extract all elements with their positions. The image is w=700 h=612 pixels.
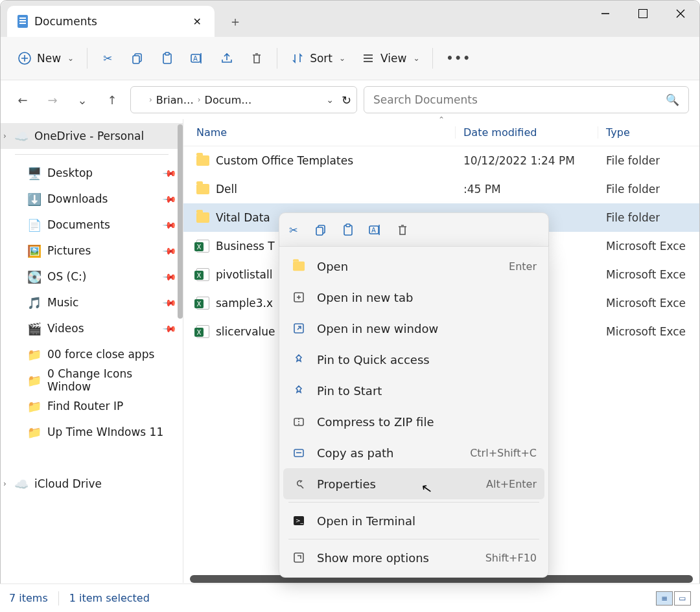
crumb-folder[interactable]: Docum… xyxy=(205,94,252,106)
status-count: 7 items xyxy=(9,592,48,604)
cut-icon[interactable]: ✂ xyxy=(286,222,301,238)
sidebar-group: 🖥️ Desktop 📌⬇️ Downloads 📌📄 Documents 📌🖼… xyxy=(1,160,183,445)
pin-icon: 📌 xyxy=(162,165,177,180)
rename-button[interactable]: A xyxy=(183,46,211,71)
context-item[interactable]: Open Enter xyxy=(279,251,548,282)
file-type: Microsoft Exce xyxy=(598,268,686,281)
table-row[interactable]: Custom Office Templates 10/12/2022 1:24 … xyxy=(183,146,699,175)
separator xyxy=(87,48,88,69)
rename-icon[interactable]: A xyxy=(368,222,383,238)
close-window-button[interactable] xyxy=(662,1,699,27)
crumb-user[interactable]: Brian… xyxy=(156,94,194,106)
thumbnails-view-button[interactable]: ▭ xyxy=(674,591,691,606)
sidebar-item[interactable]: 📁 00 force close apps xyxy=(1,341,183,367)
col-name[interactable]: Name xyxy=(196,126,456,139)
sidebar-item[interactable]: 🖥️ Desktop 📌 xyxy=(1,160,183,186)
props-icon xyxy=(291,477,307,490)
search-input[interactable]: Search Documents 🔍 xyxy=(364,86,689,113)
svg-text:A: A xyxy=(193,55,198,62)
file-type: File folder xyxy=(598,183,660,196)
paste-icon[interactable] xyxy=(340,222,356,238)
separator xyxy=(432,48,433,69)
copy-icon[interactable] xyxy=(313,222,329,238)
new-button[interactable]: New ⌄ xyxy=(11,46,80,71)
file-name: pivotlistall xyxy=(216,268,272,281)
address-bar[interactable]: › Brian… › Docum… ⌄ ↻ xyxy=(130,86,357,113)
sidebar-item[interactable]: ⬇️ Downloads 📌 xyxy=(1,186,183,212)
sidebar-item-onedrive[interactable]: › ☁️ OneDrive - Personal xyxy=(1,123,183,149)
sort-button[interactable]: Sort ⌄ xyxy=(284,46,352,71)
document-icon xyxy=(136,94,145,106)
chevron-right-icon[interactable]: › xyxy=(3,479,6,488)
collapse-caret-icon[interactable]: ⌃ xyxy=(438,115,445,124)
path-icon xyxy=(291,446,307,459)
newtab-icon xyxy=(291,291,307,304)
context-item[interactable]: Compress to ZIP file xyxy=(279,406,548,437)
sidebar-icon: 🎵 xyxy=(28,296,41,309)
sidebar-item-label: Downloads xyxy=(47,192,108,205)
details-view-button[interactable]: ≡ xyxy=(656,591,673,606)
new-tab-button[interactable]: ＋ xyxy=(222,8,248,34)
context-item[interactable]: Show more options Shift+F10 xyxy=(279,542,548,573)
context-item[interactable]: >_ Open in Terminal xyxy=(279,505,548,536)
nav-up-button[interactable]: ↑ xyxy=(100,88,124,111)
rename-icon: A xyxy=(190,51,204,65)
chevron-right-icon[interactable]: › xyxy=(3,131,6,141)
svg-text:A: A xyxy=(371,227,376,234)
scrollbar-thumb[interactable] xyxy=(178,124,183,319)
sidebar-item[interactable]: 📄 Documents 📌 xyxy=(1,212,183,238)
file-name: slicervalue xyxy=(216,325,275,338)
cloud-icon: ☁️ xyxy=(15,477,28,490)
context-item[interactable]: Pin to Quick access xyxy=(279,344,548,375)
sidebar-icon: 🖥️ xyxy=(28,166,41,179)
share-icon xyxy=(220,51,234,65)
context-item-shortcsame: Enter xyxy=(509,260,537,273)
sidebar-item[interactable]: 🎬 Videos 📌 xyxy=(1,315,183,341)
table-row[interactable]: Dell :45 PM File folder xyxy=(183,175,699,203)
sidebar-item[interactable]: 🖼️ Pictures 📌 xyxy=(1,238,183,264)
chevron-down-icon[interactable]: ⌄ xyxy=(326,95,334,105)
col-date[interactable]: Date modified xyxy=(456,126,598,139)
context-item-label: Pin to Quick access xyxy=(317,353,526,367)
plus-circle-icon xyxy=(18,51,32,65)
sidebar-item-icloud[interactable]: › ☁️ iCloud Drive xyxy=(1,471,183,497)
status-bar: 7 items 1 item selected ≡ ▭ xyxy=(0,584,700,612)
delete-button[interactable] xyxy=(243,46,270,71)
folder-icon xyxy=(196,155,209,166)
trash-icon[interactable] xyxy=(395,222,410,238)
share-button[interactable] xyxy=(213,46,240,71)
context-menu: Open Enter Open in new tab Open in new w… xyxy=(279,246,549,578)
separator xyxy=(277,48,277,69)
view-button[interactable]: View ⌄ xyxy=(355,46,426,71)
nav-recent-button[interactable]: ⌄ xyxy=(71,88,94,111)
col-type[interactable]: Type xyxy=(598,126,630,139)
context-item[interactable]: Properties Alt+Enter xyxy=(283,468,544,499)
sidebar-item[interactable]: 📁 Up Time WIndows 11 xyxy=(1,419,183,445)
cut-button[interactable]: ✂ xyxy=(94,46,121,71)
context-item[interactable]: Copy as path Ctrl+Shift+C xyxy=(279,437,548,468)
paste-button[interactable] xyxy=(154,46,181,71)
search-icon[interactable]: 🔍 xyxy=(666,93,679,106)
tab-title: Documents xyxy=(34,15,97,28)
sidebar-item[interactable]: 💽 OS (C:) 📌 xyxy=(1,264,183,289)
maximize-button[interactable] xyxy=(624,1,662,27)
sidebar-item[interactable]: 🎵 Music 📌 xyxy=(1,289,183,315)
minimize-button[interactable] xyxy=(587,1,624,27)
sidebar-item-label: 0 Change Icons Window xyxy=(47,367,175,393)
svg-rect-17 xyxy=(316,227,323,235)
context-item[interactable]: Open in new window xyxy=(279,313,548,344)
nav-back-button[interactable]: ← xyxy=(11,88,34,111)
sidebar-item[interactable]: 📁 Find Router IP xyxy=(1,393,183,419)
close-tab-icon[interactable]: ✕ xyxy=(189,12,205,32)
folder-icon xyxy=(291,261,307,271)
context-item[interactable]: Pin to Start xyxy=(279,375,548,406)
nav-forward-button[interactable]: → xyxy=(41,88,64,111)
copy-button[interactable] xyxy=(124,46,151,71)
sidebar-item[interactable]: 📁 0 Change Icons Window xyxy=(1,367,183,393)
folder-icon xyxy=(196,184,209,194)
refresh-button[interactable]: ↻ xyxy=(342,93,351,107)
context-item-label: Compress to ZIP file xyxy=(317,415,526,429)
tab-documents[interactable]: Documents ✕ xyxy=(7,6,215,37)
more-button[interactable]: ••• xyxy=(439,47,478,70)
context-item[interactable]: Open in new tab xyxy=(279,282,548,313)
